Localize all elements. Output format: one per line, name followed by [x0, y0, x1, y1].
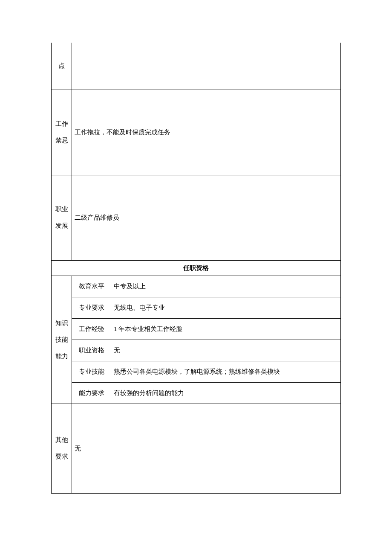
job-spec-table: 点 工作禁忌 工作拖拉，不能及时保质完成任务 职业发展 二级产品维修员 任职资格…: [51, 43, 341, 494]
knowledge-row-5: 能力要求 有较强的分析问题的能力: [52, 382, 341, 404]
knowledge-row-2: 工作经验 1 年本专业相关工作经脸: [52, 318, 341, 340]
taboo-row: 工作禁忌 工作拖拉，不能及时保质完成任务: [52, 90, 341, 175]
other-row: 其他要求 无: [52, 404, 341, 493]
section-header-row: 任职资格: [52, 260, 341, 276]
knowledge-sublabel-2: 工作经验: [72, 318, 111, 340]
knowledge-sublabel-3: 职业资格: [72, 340, 111, 361]
knowledge-row-1: 专业要求 无线电、电子专业: [52, 297, 341, 318]
career-content: 二级产品维修员: [72, 175, 341, 260]
other-label: 其他要求: [52, 404, 72, 493]
knowledge-label: 知识技能能力: [52, 276, 72, 404]
point-label: 点: [52, 43, 72, 90]
knowledge-content-2: 1 年本专业相关工作经脸: [111, 318, 341, 340]
knowledge-sublabel-0: 教育水平: [72, 276, 111, 297]
knowledge-content-1: 无线电、电子专业: [111, 297, 341, 318]
knowledge-content-4: 熟悉公司各类电源模块，了解电源系统；熟练维修各类模块: [111, 361, 341, 382]
point-content: [72, 43, 341, 90]
point-row: 点: [52, 43, 341, 90]
knowledge-sublabel-1: 专业要求: [72, 297, 111, 318]
knowledge-sublabel-4: 专业技能: [72, 361, 111, 382]
knowledge-content-5: 有较强的分析问题的能力: [111, 382, 341, 404]
knowledge-content-3: 无: [111, 340, 341, 361]
career-row: 职业发展 二级产品维修员: [52, 175, 341, 260]
knowledge-row-0: 知识技能能力 教育水平 中专及以上: [52, 276, 341, 297]
knowledge-row-3: 职业资格 无: [52, 340, 341, 361]
career-label: 职业发展: [52, 175, 72, 260]
other-content: 无: [72, 404, 341, 493]
section-header: 任职资格: [52, 260, 341, 276]
taboo-label: 工作禁忌: [52, 90, 72, 175]
knowledge-content-0: 中专及以上: [111, 276, 341, 297]
knowledge-sublabel-5: 能力要求: [72, 382, 111, 404]
taboo-content: 工作拖拉，不能及时保质完成任务: [72, 90, 341, 175]
knowledge-row-4: 专业技能 熟悉公司各类电源模块，了解电源系统；熟练维修各类模块: [52, 361, 341, 382]
